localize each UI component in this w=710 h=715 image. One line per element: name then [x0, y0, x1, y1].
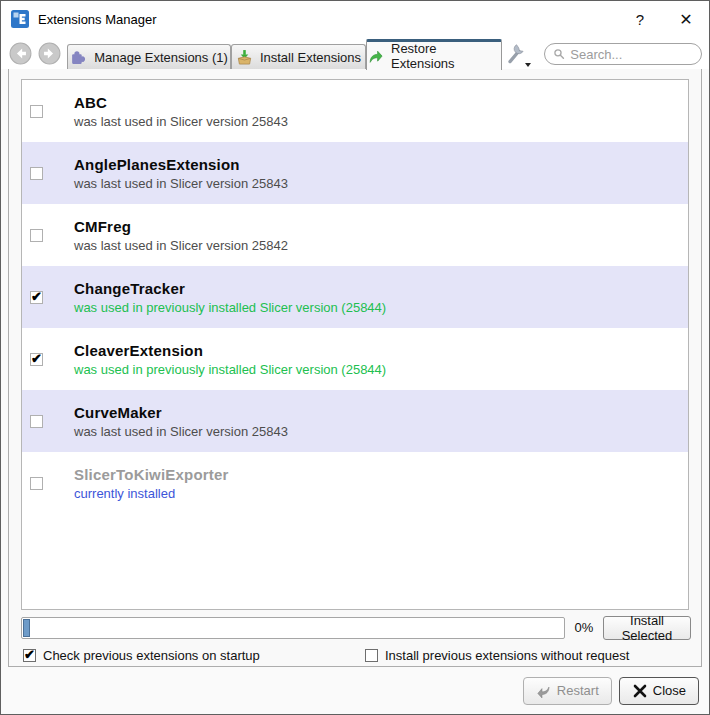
install-box-icon: [236, 49, 253, 66]
extension-status: was used in previously installed Slicer …: [74, 362, 386, 377]
search-input[interactable]: [570, 47, 693, 62]
extension-checkbox[interactable]: [30, 291, 43, 304]
extension-list: ABC was last used in Slicer version 2584…: [21, 79, 689, 610]
install-without-request-option[interactable]: Install previous extensions without requ…: [365, 648, 629, 663]
options-row: Check previous extensions on startup Ins…: [23, 648, 691, 666]
extension-name: CleaverExtension: [74, 342, 386, 359]
window-close-icon[interactable]: ✕: [675, 10, 697, 29]
extension-checkbox[interactable]: [30, 477, 43, 490]
tab-install-extensions[interactable]: Install Extensions: [231, 44, 366, 69]
extension-row[interactable]: ABC was last used in Slicer version 2584…: [22, 80, 688, 142]
extension-row[interactable]: SlicerToKiwiExporter currently installed: [22, 452, 688, 514]
close-label: Close: [653, 683, 686, 698]
restart-label: Restart: [557, 683, 599, 698]
extension-status: was last used in Slicer version 25843: [74, 424, 288, 439]
close-x-icon: [632, 683, 648, 699]
extension-checkbox[interactable]: [30, 105, 43, 118]
extension-row[interactable]: CMFreg was last used in Slicer version 2…: [22, 204, 688, 266]
extensions-manager-window: Extensions Manager ? ✕ Manage Extensions…: [0, 0, 710, 715]
window-title: Extensions Manager: [38, 12, 157, 27]
extension-row[interactable]: AnglePlanesExtension was last used in Sl…: [22, 142, 688, 204]
restart-button[interactable]: Restart: [523, 677, 612, 705]
history-forward-button[interactable]: [38, 42, 61, 65]
extension-name: ChangeTracker: [74, 280, 386, 297]
tab-label: Manage Extensions (1): [94, 50, 228, 65]
check-on-startup-option[interactable]: Check previous extensions on startup: [23, 648, 260, 663]
install-selected-button[interactable]: Install Selected: [603, 616, 691, 640]
history-back-button[interactable]: [9, 42, 32, 65]
extension-status: was last used in Slicer version 25842: [74, 238, 288, 253]
extension-row[interactable]: CleaverExtension was used in previously …: [22, 328, 688, 390]
tab-bar: Manage Extensions (1) Install Extensions…: [1, 37, 709, 69]
progress-chunk: [23, 619, 30, 637]
check-on-startup-checkbox[interactable]: [23, 649, 36, 662]
restart-icon: [536, 683, 552, 699]
help-button[interactable]: ?: [629, 11, 651, 28]
close-button[interactable]: Close: [619, 677, 699, 705]
extension-status: was last used in Slicer version 25843: [74, 176, 288, 191]
dropdown-arrow-icon: [525, 63, 531, 67]
extension-checkbox[interactable]: [30, 415, 43, 428]
tab-label: Install Extensions: [260, 50, 361, 65]
progress-percent: 0%: [565, 620, 603, 635]
install-without-request-checkbox[interactable]: [365, 649, 378, 662]
extension-name: CMFreg: [74, 218, 288, 235]
dialog-footer: Restart Close: [1, 667, 709, 714]
extension-checkbox[interactable]: [30, 167, 43, 180]
wrench-icon: [505, 42, 527, 66]
extension-status: was last used in Slicer version 25843: [74, 114, 288, 129]
extension-checkbox[interactable]: [30, 353, 43, 366]
extension-row[interactable]: ChangeTracker was used in previously ins…: [22, 266, 688, 328]
progress-row: 0% Install Selected: [21, 615, 691, 640]
option-label: Check previous extensions on startup: [43, 648, 260, 663]
restore-extensions-pane: ABC was last used in Slicer version 2584…: [8, 68, 702, 667]
extension-row[interactable]: CurveMaker was last used in Slicer versi…: [22, 390, 688, 452]
extension-status: was used in previously installed Slicer …: [74, 300, 386, 315]
extension-checkbox[interactable]: [30, 229, 43, 242]
option-label: Install previous extensions without requ…: [385, 648, 629, 663]
extension-status: currently installed: [74, 486, 229, 501]
tab-manage-extensions[interactable]: Manage Extensions (1): [67, 44, 231, 69]
search-icon: [553, 47, 565, 61]
extension-name: AnglePlanesExtension: [74, 156, 288, 173]
tab-restore-extensions[interactable]: Restore Extensions: [366, 39, 502, 70]
puzzle-icon: [70, 49, 87, 66]
extension-name: CurveMaker: [74, 404, 288, 421]
search-box[interactable]: [544, 43, 702, 65]
install-progress-bar: [21, 617, 565, 639]
extension-name: ABC: [74, 94, 288, 111]
tools-button[interactable]: [505, 42, 531, 68]
tab-label: Restore Extensions: [391, 41, 501, 71]
app-icon: [11, 10, 29, 28]
restore-arrow-icon: [367, 48, 384, 65]
extension-name: SlicerToKiwiExporter: [74, 466, 229, 483]
title-bar: Extensions Manager ? ✕: [1, 1, 709, 37]
